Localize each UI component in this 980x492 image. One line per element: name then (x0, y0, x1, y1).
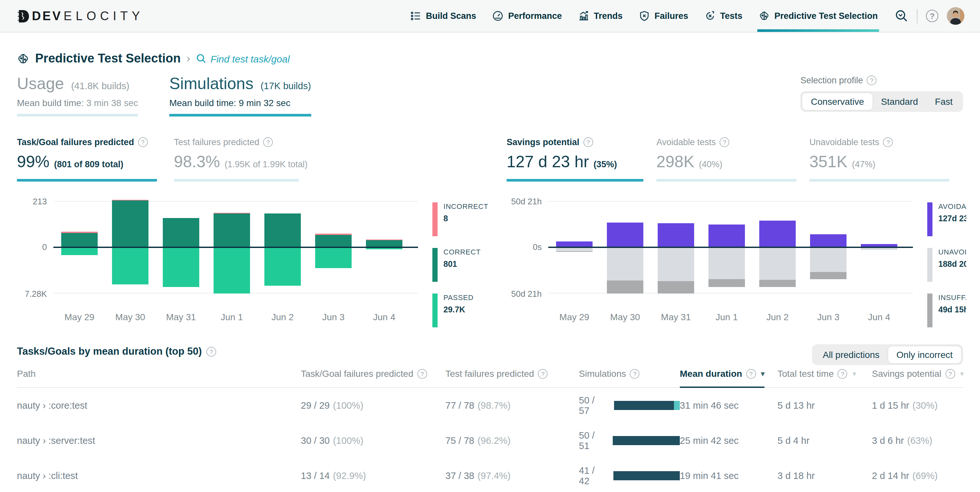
find-test-task-link[interactable]: Find test task/goal (196, 53, 290, 64)
bar-segment-avoidable (861, 244, 897, 247)
total-test-time-cell: 5 d 4 hr (778, 435, 872, 446)
bar-segment-unavoidable (861, 248, 897, 249)
bar-segment-unavoidable (607, 248, 643, 280)
metric-card-savings-potential[interactable]: Savings potential?127 d 23 hr (35%) (507, 137, 643, 182)
x-tick-label: Jun 2 (272, 312, 294, 322)
filter-option-all-predictions[interactable]: All predictions (814, 346, 888, 363)
bar-segment-avoidable (607, 222, 643, 247)
sort-arrow-icon[interactable]: ▾ (960, 369, 964, 378)
help-icon[interactable]: ? (720, 137, 730, 147)
x-tick-label: May 29 (64, 312, 94, 322)
bar-segment-unavoidable (708, 248, 745, 279)
task-goal-failures-cell: 13 / 14(92.9%) (301, 471, 445, 481)
help-icon[interactable]: ? (417, 369, 427, 378)
performance-icon (493, 10, 504, 21)
logo-text-light: ELOCITY (64, 9, 144, 23)
bar-segment-insuff-data (759, 280, 796, 287)
nav-item-label: Trends (594, 11, 623, 21)
task-path-link[interactable]: nauty › :cli:test (17, 471, 301, 481)
help-icon[interactable]: ? (584, 137, 593, 147)
metric-detail: (47%) (852, 159, 875, 169)
nav-item-failures[interactable]: Failures (639, 0, 688, 32)
nav-item-predictive-test-selection[interactable]: Predictive Test Selection (759, 0, 878, 32)
help-icon[interactable]: ? (838, 369, 848, 378)
column-header-test-failures-predicted[interactable]: Test failures predicted? (445, 368, 547, 379)
help-icon[interactable]: ? (867, 76, 877, 85)
brain-icon (759, 10, 770, 21)
filter-option-only-incorrect[interactable]: Only incorrect (888, 346, 961, 363)
column-header-mean-duration[interactable]: Mean duration?▾ (680, 368, 764, 379)
legend-swatch (433, 202, 438, 236)
metric-detail: (40%) (699, 159, 722, 169)
profile-option-standard[interactable]: Standard (873, 93, 927, 110)
view-tab-title: Simulations (17K builds) (169, 74, 311, 93)
metric-detail: (35%) (593, 159, 617, 169)
legend-item-passed: PASSED29.7K (433, 294, 477, 327)
help-icon[interactable]: ? (138, 137, 148, 147)
view-tab-title: Usage (41.8K builds) (17, 74, 138, 93)
column-header-task-goal-failures-predicted[interactable]: Task/Goal failures predicted? (301, 368, 427, 379)
column-header-simulations[interactable]: Simulations? (579, 368, 640, 379)
view-tab-simulations[interactable]: Simulations (17K builds)Mean build time:… (169, 74, 311, 116)
help-icon[interactable]: ? (630, 369, 640, 378)
metric-value: 98.3% (1.95K of 1.99K total) (174, 152, 299, 171)
profile-option-conservative[interactable]: Conservative (802, 93, 872, 110)
help-icon[interactable]: ? (945, 369, 955, 378)
search-chevron-icon[interactable] (895, 9, 908, 23)
column-header-total-test-time[interactable]: Total test time?▾ (778, 368, 856, 379)
view-tab-underline (17, 114, 138, 116)
metric-value: 298K (40%) (656, 152, 796, 171)
nav-item-performance[interactable]: Performance (493, 0, 562, 32)
help-icon[interactable]: ? (207, 346, 216, 356)
avatar[interactable] (947, 7, 964, 25)
nav-item-tests[interactable]: Tests (705, 0, 743, 32)
legend-label: AVOIDABLE (938, 202, 966, 210)
metric-card-avoidable-tests[interactable]: Avoidable tests?298K (40%) (656, 137, 796, 182)
metric-card-task-goal-failures-predicted[interactable]: Task/Goal failures predicted?99% (801 of… (17, 137, 157, 182)
selection-profile-switcher: ConservativeStandardFast (800, 91, 963, 112)
bar-segment-avoidable (556, 241, 593, 247)
task-goal-failures-cell: 30 / 30(100%) (301, 435, 445, 446)
legend-item-avoidable: AVOIDABLE127d 23h (927, 202, 966, 236)
bar-segment-insuff-data (810, 272, 846, 279)
brain-icon (17, 52, 29, 65)
bar-segment-unavoidable (658, 248, 694, 281)
task-path-link[interactable]: nauty › :server:test (17, 435, 301, 446)
task-path-link[interactable]: nauty › :core:test (17, 400, 301, 411)
help-icon[interactable]: ? (263, 137, 273, 147)
nav-item-build-scans[interactable]: Build Scans (410, 0, 476, 32)
y-axis-labels: 21307.28K (17, 201, 53, 338)
metric-card-test-failures-predicted[interactable]: Test failures predicted?98.3% (1.95K of … (174, 137, 299, 182)
column-header-path: Path (17, 368, 36, 379)
legend-swatch (433, 294, 438, 327)
bar-segment-passed (61, 248, 98, 255)
primary-nav: Build ScansPerformanceTrendsFailuresTest… (410, 0, 878, 32)
x-tick-label: Jun 4 (373, 312, 396, 322)
column-header-savings-potential[interactable]: Savings potential?▾ (872, 368, 964, 379)
simulations-cell: 50 / 51 (579, 430, 680, 451)
savings-chart: 50d 21h0s50d 21hMay 29May 30May 31Jun 1J… (507, 201, 966, 338)
help-icon[interactable]: ? (538, 369, 547, 378)
y-axis-labels: 50d 21h0s50d 21h (507, 201, 548, 338)
mean-duration-cell: 25 min 42 sec (680, 435, 778, 446)
x-tick-label: Jun 4 (868, 312, 891, 322)
x-tick-label: Jun 2 (767, 312, 789, 322)
help-icon[interactable]: ? (746, 369, 756, 378)
x-tick-label: May 31 (661, 312, 691, 322)
sort-arrow-icon[interactable]: ▾ (853, 369, 856, 378)
metric-card-unavoidable-tests[interactable]: Unavoidable tests?351K (47%) (810, 137, 950, 182)
develocity-logo[interactable]: DEV ELOCITY (0, 0, 162, 32)
nav-item-trends[interactable]: Trends (578, 0, 623, 32)
help-icon[interactable]: ? (926, 10, 938, 22)
sort-arrow-icon[interactable]: ▾ (761, 369, 764, 378)
view-tab-builds-count: (17K builds) (261, 81, 311, 91)
x-tick-label: May 30 (610, 312, 640, 322)
profile-option-fast[interactable]: Fast (927, 93, 961, 110)
help-icon[interactable]: ? (883, 137, 893, 147)
prediction-metrics: Task/Goal failures predicted?99% (801 of… (17, 137, 477, 182)
bar-segment-passed (366, 248, 402, 249)
legend-item-unavoidable: UNAVOIDABLE188d 20h (927, 248, 966, 282)
view-tab-usage[interactable]: Usage (41.8K builds)Mean build time: 3 m… (17, 74, 138, 116)
table-row: nauty › :server:test30 / 30(100%)75 / 78… (17, 423, 963, 458)
view-tabs: Usage (41.8K builds)Mean build time: 3 m… (17, 74, 342, 116)
